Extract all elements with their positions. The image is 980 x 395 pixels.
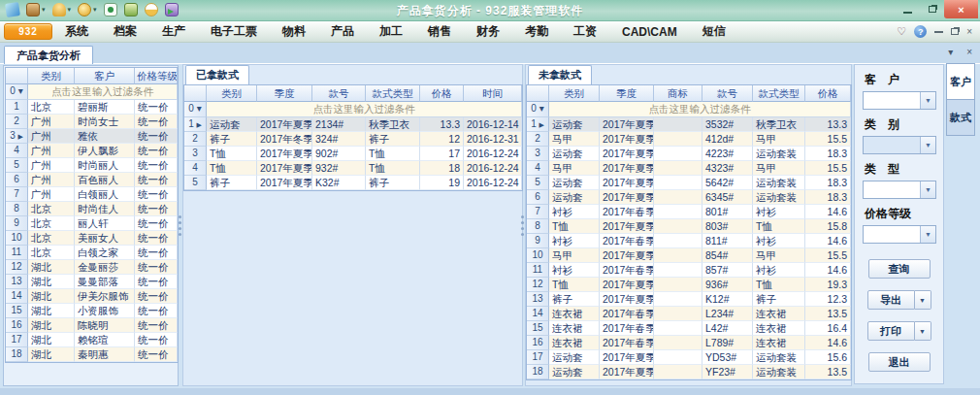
- print-button[interactable]: 打印: [867, 321, 915, 341]
- chevron-down-icon[interactable]: ▼: [920, 137, 935, 153]
- table-row[interactable]: 10马甲2017年夏季854#马甲15.5: [527, 248, 851, 263]
- table-row[interactable]: 11衬衫2017年春季857#衬衫14.6: [527, 263, 851, 278]
- column-header[interactable]: 商标: [654, 85, 702, 102]
- filter-input[interactable]: 点击这里输入过滤条件: [28, 84, 178, 100]
- maximize-button[interactable]: [920, 0, 944, 18]
- table-row[interactable]: 2广州时尚女士统一价: [6, 115, 178, 129]
- filter-input[interactable]: 点击这里输入过滤条件: [549, 102, 851, 117]
- export-dropdown-icon[interactable]: ▼: [915, 290, 931, 310]
- help-icon[interactable]: ?: [914, 25, 927, 38]
- table-row[interactable]: 14连衣裙2017年春季L234#连衣裙13.5: [527, 307, 851, 321]
- tab-close-icon[interactable]: ×: [966, 47, 972, 57]
- table-row[interactable]: 9北京丽人轩统一价: [6, 216, 178, 231]
- table-row[interactable]: 4广州伊人飘影统一价: [6, 144, 178, 158]
- table-row[interactable]: 4T恤2017年夏季932#T恤182016-12-24: [184, 161, 522, 176]
- export-button[interactable]: 导出: [867, 290, 915, 310]
- menu-item-1[interactable]: 档案: [101, 23, 149, 40]
- column-header[interactable]: 价格等级: [135, 68, 178, 84]
- panel-restore-icon[interactable]: [951, 28, 959, 35]
- table-row[interactable]: 15连衣裙2017年春季L42#连衣裙16.4: [527, 321, 851, 336]
- table-row[interactable]: 18运动套2017年夏季YF23#运动套装13.5: [527, 365, 851, 379]
- menu-item-4[interactable]: 物料: [270, 23, 318, 40]
- table-row[interactable]: 6运动套2017年夏季6345#运动套装18.3: [527, 190, 851, 205]
- table-row[interactable]: 15湖北小资服饰统一价: [6, 304, 178, 318]
- table-row[interactable]: 1北京碧丽斯统一价: [6, 100, 178, 115]
- table-row[interactable]: 7广州白领丽人统一价: [6, 187, 178, 202]
- customer-value[interactable]: [864, 92, 920, 109]
- column-header[interactable]: 客户: [75, 68, 135, 84]
- table-row[interactable]: 16湖北陈晓明统一价: [6, 318, 178, 333]
- table-row[interactable]: 3运动套2017年夏季4223#运动套装18.3: [527, 147, 851, 161]
- menu-item-2[interactable]: 生产: [149, 23, 198, 40]
- table-row[interactable]: 4马甲2017年夏季4323#马甲15.5: [527, 161, 851, 176]
- type-value[interactable]: [864, 181, 920, 198]
- side-tab-style[interactable]: 款式: [946, 99, 975, 136]
- tab-taken-styles[interactable]: 已拿款式: [185, 65, 249, 84]
- table-row[interactable]: 7衬衫2017年春季801#衬衫14.6: [527, 205, 851, 219]
- customer-combobox[interactable]: ▼: [863, 91, 936, 110]
- column-header[interactable]: 类别: [207, 85, 257, 102]
- print-dropdown-icon[interactable]: ▼: [915, 321, 931, 341]
- table-row[interactable]: 17湖北赖铭瑄统一价: [6, 333, 178, 347]
- table-row[interactable]: 11北京白领之家统一价: [6, 246, 178, 260]
- type-combobox[interactable]: ▼: [863, 181, 936, 199]
- table-row[interactable]: 1 ▶运动套2017年夏季3532#秋季卫衣13.3: [527, 117, 851, 132]
- price-level-combobox[interactable]: ▼: [863, 225, 936, 244]
- table-row[interactable]: 12T恤2017年夏季936#T恤19.3: [527, 278, 851, 292]
- close-button[interactable]: ×: [944, 0, 978, 18]
- table-row[interactable]: 8北京时尚佳人统一价: [6, 202, 178, 216]
- menu-item-9[interactable]: 考勤: [512, 23, 561, 40]
- table-row[interactable]: 16连衣裙2017年春季L789#连衣裙14.6: [527, 336, 851, 350]
- table-row[interactable]: 5运动套2017年夏季5642#运动套装18.3: [527, 176, 851, 190]
- panel-close-icon[interactable]: ×: [966, 26, 972, 37]
- menu-item-5[interactable]: 产品: [318, 23, 367, 40]
- menu-item-6[interactable]: 加工: [367, 23, 415, 40]
- query-button[interactable]: 查询: [868, 259, 931, 279]
- tab-untaken-styles[interactable]: 未拿款式: [528, 65, 592, 84]
- menu-item-10[interactable]: 工资: [561, 23, 609, 40]
- table-row[interactable]: 1 ▶运动套2017年夏季2134#秋季卫衣13.32016-12-14: [184, 117, 522, 132]
- column-header[interactable]: 季度: [257, 85, 312, 102]
- table-row[interactable]: 10北京美丽女人统一价: [6, 231, 178, 246]
- table-row[interactable]: 13湖北曼曼部落统一价: [6, 275, 178, 289]
- menu-item-3[interactable]: 电子工票: [198, 23, 270, 40]
- table-row[interactable]: 3 ▶广州雅依统一价: [6, 129, 178, 144]
- tab-product-analysis[interactable]: 产品拿货分析: [4, 46, 93, 64]
- column-header[interactable]: 时间: [464, 85, 522, 102]
- table-row[interactable]: 12湖北金曼丽莎统一价: [6, 260, 178, 275]
- table-row[interactable]: 6广州百色丽人统一价: [6, 173, 178, 187]
- table-row[interactable]: 13裤子2017年夏季K12#裤子12.3: [527, 292, 851, 307]
- table-row[interactable]: 14湖北伊美尔服饰统一价: [6, 289, 178, 304]
- menu-item-7[interactable]: 销售: [415, 23, 464, 40]
- table-row[interactable]: 9衬衫2017年春季811#衬衫14.6: [527, 234, 851, 248]
- column-header[interactable]: 款号: [312, 85, 366, 102]
- column-header[interactable]: 价格: [420, 85, 464, 102]
- menu-item-8[interactable]: 财务: [464, 23, 512, 40]
- menu-item-0[interactable]: 系统: [52, 23, 101, 40]
- table-row[interactable]: 2裤子2017年冬季324#裤子122016-12-31: [184, 132, 522, 147]
- table-row[interactable]: 3T恤2017年夏季902#T恤172016-12-24: [184, 147, 522, 161]
- column-header[interactable]: 价格: [805, 85, 851, 102]
- chevron-down-icon[interactable]: ▼: [920, 92, 935, 109]
- chevron-down-icon[interactable]: ▼: [920, 226, 935, 243]
- table-row[interactable]: 5广州时尚丽人统一价: [6, 158, 178, 173]
- minimize-button[interactable]: [896, 0, 920, 18]
- menu-item-12[interactable]: 短信: [690, 23, 738, 40]
- favorite-icon[interactable]: ♡: [897, 25, 906, 38]
- table-row[interactable]: 17运动套2017年夏季YD53#运动套装15.6: [527, 350, 851, 365]
- price-level-value[interactable]: [864, 226, 920, 243]
- column-header[interactable]: 款式类型: [366, 85, 420, 102]
- table-row[interactable]: 5裤子2017年夏季K32#裤子192016-12-24: [184, 176, 522, 190]
- column-header[interactable]: 类别: [28, 68, 75, 84]
- menu-item-11[interactable]: CAD\CAM: [609, 25, 690, 39]
- column-header[interactable]: 季度: [600, 85, 654, 102]
- category-combobox[interactable]: ▼: [863, 136, 936, 154]
- side-tab-customer[interactable]: 客户: [946, 63, 975, 100]
- tab-list-dropdown-icon[interactable]: ▾: [948, 47, 953, 57]
- table-row[interactable]: 8T恤2017年夏季803#T恤15.8: [527, 219, 851, 234]
- app-logo-button[interactable]: 932: [4, 23, 52, 40]
- chevron-down-icon[interactable]: ▼: [920, 181, 935, 198]
- table-row[interactable]: 2马甲2017年夏季412d#马甲15.5: [527, 132, 851, 147]
- table-row[interactable]: 18湖北秦明惠统一价: [6, 347, 178, 362]
- column-header[interactable]: 款式类型: [753, 85, 805, 102]
